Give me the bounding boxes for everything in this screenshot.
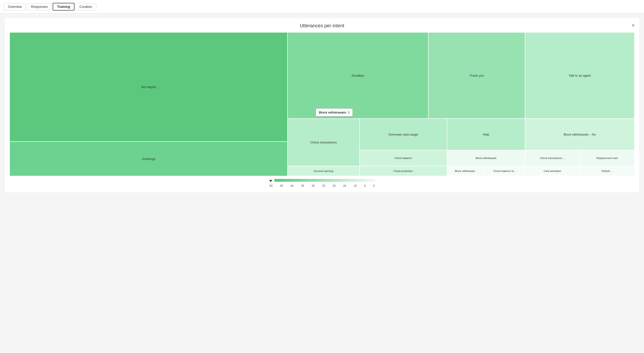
top-navigation: Overview Responses Training Curation [0, 0, 644, 14]
legend-label: 50 [269, 184, 272, 188]
treemap-cell-thank-you[interactable]: Thank you [428, 32, 525, 118]
svg-marker-0 [269, 180, 272, 182]
legend-label: 5 [364, 184, 366, 188]
chart-container: Utterances per intent ≡ Not helpfulGreet… [5, 18, 639, 192]
tab-overview[interactable]: Overview [4, 3, 26, 10]
treemap-cell-block-withdrawals-2[interactable]: Block withdrawal... [447, 166, 484, 176]
treemap-cell-fraud-protection[interactable]: Fraud protection [360, 166, 447, 176]
treemap-cell-block-withdrawals-no[interactable]: Block withdrawals – No [525, 118, 634, 150]
treemap-cell-default[interactable]: Default ... [580, 166, 634, 176]
treemap-cell-talk-to-agent[interactable]: Talk to an agent [525, 32, 634, 118]
legend-label: 40 [290, 184, 294, 188]
legend-area: 50454035302520151050 [10, 179, 634, 188]
treemap-cell-block-withdrawals[interactable]: Block withdrawals [447, 150, 525, 166]
treemap-cell-greetings[interactable]: Greetings [10, 142, 288, 176]
legend-label: 10 [354, 184, 357, 188]
chart-title: Utterances per intent [10, 23, 634, 28]
treemap: Not helpfulGreetingsGoodbyeCheck transac… [10, 32, 634, 176]
treemap-cell-help[interactable]: Help [447, 118, 525, 150]
tab-curation[interactable]: Curation [76, 3, 96, 10]
treemap-cell-account-opening[interactable]: Account opening [288, 166, 359, 176]
treemap-cell-replacement-card[interactable]: Replacement card [580, 150, 634, 166]
legend-label: 30 [312, 184, 314, 188]
legend-label: 35 [301, 184, 304, 188]
legend-label: 25 [322, 184, 325, 188]
legend-label: 45 [280, 184, 283, 188]
treemap-cell-check-balance[interactable]: Check balance [360, 150, 447, 166]
legend-arrow-icon [269, 179, 272, 183]
treemap-cell-card-activation[interactable]: Card activation [525, 166, 580, 176]
chart-menu-icon[interactable]: ≡ [632, 23, 634, 28]
treemap-wrapper: Not helpfulGreetingsGoodbyeCheck transac… [10, 32, 634, 176]
legend-labels: 50454035302520151050 [269, 184, 375, 188]
legend-label: 15 [343, 184, 346, 188]
main-content: Utterances per intent ≡ Not helpfulGreet… [0, 14, 644, 197]
legend-label: 0 [373, 184, 375, 188]
treemap-cell-check-transactions-2[interactable]: Check transactions ... [525, 150, 580, 166]
tab-responses[interactable]: Responses [27, 3, 52, 10]
treemap-cell-check-transactions[interactable]: Check transactions [288, 118, 359, 166]
treemap-cell-overseas-card-usage[interactable]: Overseas card usage [360, 118, 447, 150]
legend-bar [274, 179, 375, 182]
tab-training[interactable]: Training [53, 3, 74, 10]
treemap-cell-check-balance-fo[interactable]: Check balance fo... [484, 166, 525, 176]
treemap-cell-goodbye[interactable]: Goodbye [288, 32, 428, 118]
treemap-cell-not-helpful[interactable]: Not helpful [10, 32, 288, 142]
legend-label: 20 [332, 184, 336, 188]
